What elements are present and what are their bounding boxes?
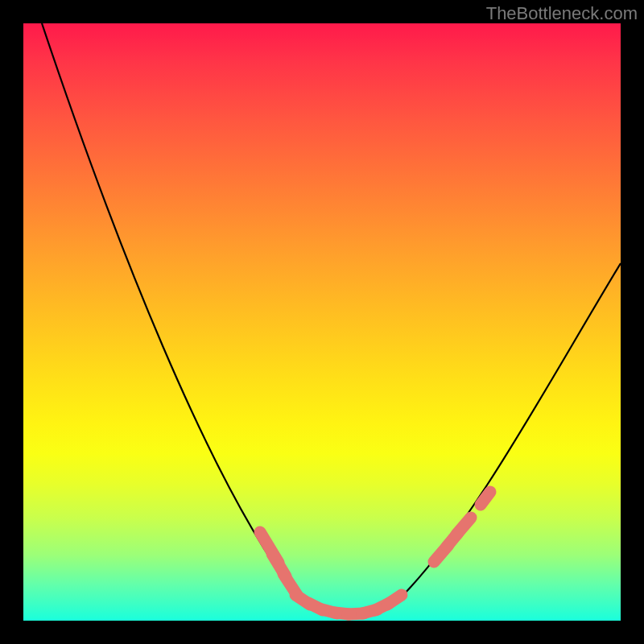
curve-marker [451, 512, 477, 541]
watermark-text: TheBottleneck.com [486, 3, 638, 24]
bottleneck-curve [42, 23, 621, 617]
chart-plot-area [23, 23, 621, 621]
chart-svg [23, 23, 621, 621]
curve-marker [382, 589, 408, 611]
curve-markers-group [254, 486, 497, 621]
